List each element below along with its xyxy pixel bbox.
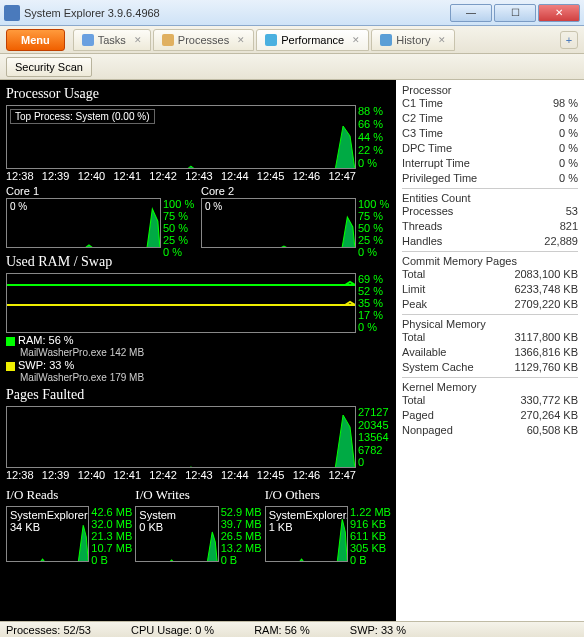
core2-title: Core 2 — [201, 185, 390, 197]
history-icon — [380, 34, 392, 46]
physical-header: Physical Memory — [402, 314, 578, 330]
status-ram: RAM: 56 % — [254, 624, 310, 636]
status-bar: Processes: 52/53 CPU Usage: 0 % RAM: 56 … — [0, 621, 584, 637]
io-writes-graph: System0 KB — [135, 506, 218, 562]
close-tab-icon[interactable]: ✕ — [352, 35, 360, 45]
performance-icon — [265, 34, 277, 46]
status-processes: Processes: 52/53 — [6, 624, 91, 636]
ram-swap-title: Used RAM / Swap — [6, 254, 390, 270]
stat-row: Threads821 — [402, 219, 578, 234]
ram-swap-graph — [6, 273, 356, 333]
core1-title: Core 1 — [6, 185, 195, 197]
pages-faulted-graph — [6, 406, 356, 468]
stat-row: Nonpaged60,508 KB — [402, 423, 578, 438]
core1-value: 0 % — [10, 201, 27, 212]
close-tab-icon[interactable]: ✕ — [237, 35, 245, 45]
stat-row: Paged270,264 KB — [402, 408, 578, 423]
stat-row: C3 Time0 % — [402, 126, 578, 141]
entities-header: Entities Count — [402, 188, 578, 204]
security-scan-button[interactable]: Security Scan — [6, 57, 92, 77]
stat-row: System Cache1129,760 KB — [402, 360, 578, 375]
stat-row: Processes53 — [402, 204, 578, 219]
tasks-icon — [82, 34, 94, 46]
window-buttons: — ☐ ✕ — [450, 4, 580, 22]
stat-row: C2 Time0 % — [402, 111, 578, 126]
status-cpu: CPU Usage: 0 % — [131, 624, 214, 636]
processor-usage-graph: Top Process: System (0.00 %) — [6, 105, 356, 169]
stat-row: Privileged Time0 % — [402, 171, 578, 186]
minimize-button[interactable]: — — [450, 4, 492, 22]
io-others-title: I/O Others — [265, 487, 390, 503]
stat-row: Interrupt Time0 % — [402, 156, 578, 171]
io-writes-title: I/O Writes — [135, 487, 260, 503]
stat-row: Limit6233,748 KB — [402, 282, 578, 297]
core2-value: 0 % — [205, 201, 222, 212]
performance-panel: Processor Usage Top Process: System (0.0… — [0, 80, 396, 621]
stat-row: Available1366,816 KB — [402, 345, 578, 360]
swp-color-icon — [6, 362, 15, 371]
ram-top-process: MailWasherPro.exe 142 MB — [20, 347, 390, 358]
stat-row: Total3117,800 KB — [402, 330, 578, 345]
menu-button[interactable]: Menu — [6, 29, 65, 51]
window-titlebar: System Explorer 3.9.6.4968 — ☐ ✕ — [0, 0, 584, 26]
stat-row: Total330,772 KB — [402, 393, 578, 408]
tab-processes[interactable]: Processes✕ — [153, 29, 254, 51]
io-reads-graph: SystemExplorer.34 KB — [6, 506, 89, 562]
toolbar: Menu Tasks✕Processes✕Performance✕History… — [0, 26, 584, 54]
io-others-graph: SystemExplorer.1 KB — [265, 506, 348, 562]
stat-row: C1 Time98 % — [402, 96, 578, 111]
add-tab-button[interactable]: + — [560, 31, 578, 49]
swp-top-process: MailWasherPro.exe 179 MB — [20, 372, 390, 383]
close-tab-icon[interactable]: ✕ — [134, 35, 142, 45]
processor-usage-title: Processor Usage — [6, 86, 390, 102]
core2-graph: 0 % — [201, 198, 356, 248]
close-tab-icon[interactable]: ✕ — [438, 35, 446, 45]
processor-header: Processor — [402, 84, 578, 96]
stat-row: DPC Time0 % — [402, 141, 578, 156]
stat-row: Handles22,889 — [402, 234, 578, 249]
stats-panel: ProcessorC1 Time98 %C2 Time0 %C3 Time0 %… — [396, 80, 584, 621]
window-title: System Explorer 3.9.6.4968 — [24, 7, 450, 19]
core1-graph: 0 % — [6, 198, 161, 248]
pages-faulted-title: Pages Faulted — [6, 387, 390, 403]
io-reads-title: I/O Reads — [6, 487, 131, 503]
kernel-header: Kernel Memory — [402, 377, 578, 393]
tab-history[interactable]: History✕ — [371, 29, 455, 51]
maximize-button[interactable]: ☐ — [494, 4, 536, 22]
tab-performance[interactable]: Performance✕ — [256, 29, 369, 51]
ram-color-icon — [6, 337, 15, 346]
stat-row: Total2083,100 KB — [402, 267, 578, 282]
status-swp: SWP: 33 % — [350, 624, 406, 636]
close-button[interactable]: ✕ — [538, 4, 580, 22]
commit-header: Commit Memory Pages — [402, 251, 578, 267]
processes-icon — [162, 34, 174, 46]
app-icon — [4, 5, 20, 21]
stat-row: Peak2709,220 KB — [402, 297, 578, 312]
security-scan-row: Security Scan — [0, 54, 584, 80]
top-process-label: Top Process: System (0.00 %) — [10, 109, 155, 124]
tab-tasks[interactable]: Tasks✕ — [73, 29, 151, 51]
swp-legend: SWP: 33 % — [6, 359, 390, 371]
ram-legend: RAM: 56 % — [6, 334, 390, 346]
